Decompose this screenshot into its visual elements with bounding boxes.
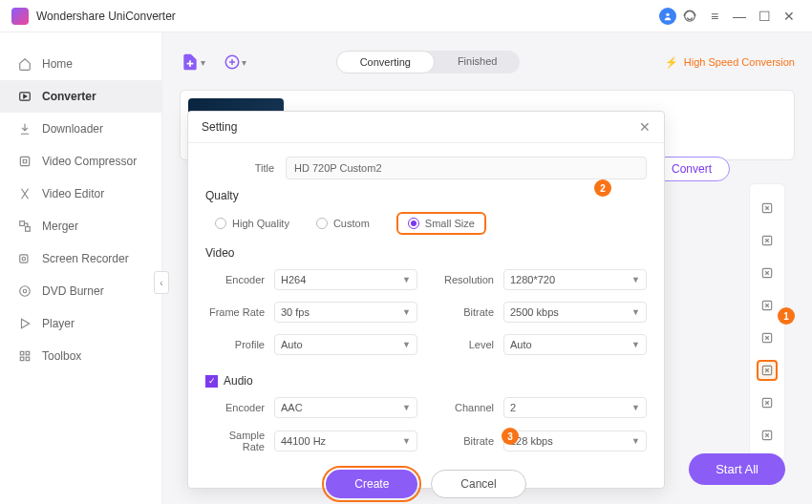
- app-title: Wondershare UniConverter: [36, 10, 176, 23]
- app-logo-icon: [11, 8, 29, 25]
- close-icon[interactable]: ✕: [778, 5, 801, 28]
- user-icon[interactable]: [659, 8, 676, 25]
- download-icon: [17, 121, 32, 136]
- sidebar-item-dvd[interactable]: DVD Burner: [0, 275, 161, 307]
- video-bitrate-select[interactable]: 2500 kbps▼: [503, 302, 647, 323]
- video-section-label: Video: [205, 246, 647, 260]
- audio-checkbox[interactable]: ✓: [205, 375, 218, 388]
- audio-bitrate-label: Bitrate: [435, 435, 503, 447]
- edit-preset-icon[interactable]: [757, 425, 778, 446]
- menu-icon[interactable]: ≡: [703, 5, 726, 28]
- annotation-badge-2: 2: [594, 179, 611, 197]
- svg-point-8: [20, 286, 31, 297]
- sidebar-item-label: Player: [42, 317, 75, 330]
- sidebar-item-label: Video Compressor: [42, 155, 137, 168]
- chevron-down-icon: ▼: [631, 340, 640, 349]
- sidebar-item-converter[interactable]: Converter: [0, 80, 161, 113]
- svg-marker-10: [22, 319, 30, 327]
- sidebar-item-recorder[interactable]: Screen Recorder: [0, 242, 161, 275]
- edit-preset-icon[interactable]: [757, 262, 778, 284]
- edit-preset-icon[interactable]: [757, 327, 778, 348]
- title-input[interactable]: [286, 157, 647, 179]
- create-button[interactable]: Create: [326, 470, 417, 498]
- svg-rect-3: [20, 157, 29, 165]
- sidebar: Home Converter Downloader Video Compress…: [0, 32, 162, 504]
- svg-rect-13: [20, 357, 24, 361]
- svg-point-9: [23, 289, 27, 293]
- quality-label: Small Size: [425, 218, 475, 229]
- audio-encoder-select[interactable]: AAC▼: [274, 397, 417, 418]
- merger-icon: [17, 219, 32, 234]
- tab-finished[interactable]: Finished: [435, 51, 521, 74]
- video-framerate-select[interactable]: 30 fps▼: [274, 302, 417, 323]
- svg-rect-4: [20, 221, 25, 226]
- compressor-icon: [17, 154, 32, 169]
- chevron-down-icon: ▼: [402, 403, 411, 412]
- quality-small[interactable]: Small Size: [396, 212, 486, 235]
- sidebar-item-label: Screen Recorder: [42, 252, 129, 265]
- tab-converting[interactable]: Converting: [336, 51, 435, 74]
- audio-samplerate-select[interactable]: 44100 Hz▼: [274, 430, 417, 452]
- quality-custom[interactable]: Custom: [316, 218, 370, 229]
- sidebar-item-editor[interactable]: Video Editor: [0, 178, 161, 210]
- converter-icon: [17, 89, 32, 104]
- sidebar-item-player[interactable]: Player: [0, 307, 161, 340]
- video-encoder-select[interactable]: H264▼: [274, 269, 417, 290]
- edit-preset-icon[interactable]: [757, 295, 778, 316]
- video-resolution-select[interactable]: 1280*720▼: [503, 269, 647, 290]
- sidebar-item-label: Merger: [42, 220, 78, 233]
- sidebar-item-label: Toolbox: [42, 349, 81, 363]
- minimize-icon[interactable]: —: [728, 5, 751, 28]
- add-file-icon[interactable]: ▾: [180, 49, 206, 75]
- quality-high[interactable]: High Quality: [215, 218, 289, 229]
- start-all-button[interactable]: Start All: [689, 453, 785, 485]
- sidebar-item-label: Video Editor: [42, 187, 104, 200]
- editor-icon: [17, 186, 32, 201]
- radio-icon: [408, 218, 419, 229]
- chevron-down-icon: ▼: [631, 403, 640, 412]
- chevron-down-icon: ▼: [631, 436, 640, 446]
- sidebar-item-label: Converter: [42, 90, 96, 103]
- radio-icon: [215, 218, 226, 229]
- sidebar-item-home[interactable]: Home: [0, 48, 161, 80]
- video-bitrate-label: Bitrate: [435, 306, 503, 318]
- edit-preset-icon[interactable]: [757, 230, 778, 251]
- close-icon[interactable]: ✕: [639, 119, 651, 135]
- recorder-icon: [17, 251, 32, 266]
- audio-channel-select[interactable]: 2▼: [503, 397, 647, 418]
- add-url-icon[interactable]: ▾: [222, 49, 248, 75]
- video-profile-label: Profile: [205, 339, 274, 350]
- quality-label: High Quality: [232, 218, 289, 229]
- sidebar-item-merger[interactable]: Merger: [0, 210, 161, 242]
- titlebar: Wondershare UniConverter ≡ — ☐ ✕: [0, 0, 812, 32]
- toolbar: ▾ ▾ Converting Finished ⚡High Speed Conv…: [180, 44, 795, 80]
- high-speed-label: High Speed Conversion: [684, 56, 795, 68]
- modal-header: Setting ✕: [188, 112, 664, 143]
- settings-modal: Setting ✕ Title Qualty High Quality Cust…: [187, 111, 665, 489]
- video-level-select[interactable]: Auto▼: [503, 334, 647, 355]
- support-icon[interactable]: [678, 5, 701, 28]
- edit-preset-icon[interactable]: [757, 198, 778, 219]
- video-framerate-label: Frame Rate: [205, 306, 274, 318]
- svg-rect-14: [26, 357, 30, 361]
- sidebar-item-compressor[interactable]: Video Compressor: [0, 145, 161, 178]
- annotation-badge-3: 3: [502, 428, 519, 445]
- radio-icon: [316, 218, 328, 229]
- audio-encoder-label: Encoder: [205, 402, 274, 413]
- bolt-icon: ⚡: [665, 56, 678, 69]
- chevron-down-icon: ▼: [402, 436, 411, 446]
- high-speed-conversion[interactable]: ⚡High Speed Conversion: [665, 56, 795, 69]
- video-level-label: Level: [435, 339, 503, 350]
- sidebar-item-toolbox[interactable]: Toolbox: [0, 340, 161, 372]
- maximize-icon[interactable]: ☐: [753, 5, 776, 28]
- audio-bitrate-select[interactable]: 128 kbps▼: [503, 430, 647, 452]
- chevron-down-icon: ▼: [402, 340, 411, 349]
- svg-rect-12: [26, 351, 30, 355]
- cancel-button[interactable]: Cancel: [431, 470, 525, 498]
- svg-point-0: [666, 12, 669, 15]
- edit-preset-icon[interactable]: [757, 360, 778, 381]
- edit-preset-icon[interactable]: [757, 392, 778, 413]
- video-profile-select[interactable]: Auto▼: [274, 334, 417, 355]
- sidebar-item-downloader[interactable]: Downloader: [0, 113, 161, 145]
- svg-rect-6: [20, 255, 28, 262]
